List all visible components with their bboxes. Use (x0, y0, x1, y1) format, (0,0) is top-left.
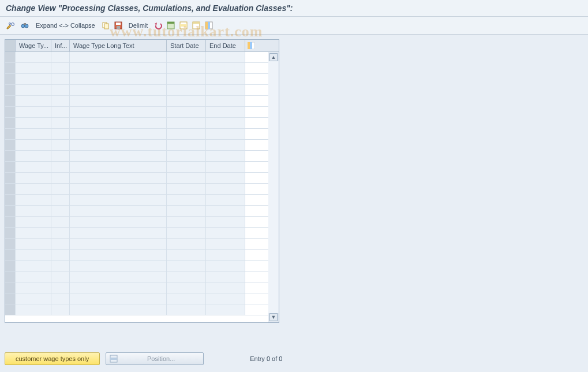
table-cell[interactable] (51, 129, 70, 139)
table-cell[interactable] (5, 85, 16, 95)
table-cell[interactable] (167, 107, 206, 117)
configure-columns-button[interactable] (245, 40, 257, 51)
table-cell[interactable] (5, 293, 16, 304)
table-cell[interactable] (70, 282, 167, 293)
table-cell[interactable] (70, 271, 167, 282)
table-cell[interactable] (167, 206, 206, 216)
table-cell[interactable] (16, 239, 51, 249)
table-cell[interactable] (51, 195, 70, 205)
table-row[interactable] (5, 282, 268, 293)
table-cell[interactable] (206, 304, 245, 315)
table-cell[interactable] (70, 74, 167, 84)
table-cell[interactable] (5, 250, 16, 260)
table-cell[interactable] (70, 85, 167, 95)
table-cell[interactable] (51, 151, 70, 161)
table-cell[interactable] (51, 52, 70, 62)
table-row[interactable] (5, 140, 268, 151)
expand-collapse-label[interactable]: Expand <-> Collapse (32, 22, 99, 29)
table-cell[interactable] (5, 151, 16, 161)
table-cell[interactable] (16, 217, 51, 227)
table-row[interactable] (5, 250, 268, 261)
table-cell[interactable] (167, 293, 206, 304)
scroll-down-button[interactable]: ▼ (269, 313, 278, 321)
table-cell[interactable] (5, 52, 16, 62)
table-cell[interactable] (206, 184, 245, 194)
table-cell[interactable] (16, 140, 51, 150)
table-row[interactable] (5, 293, 268, 304)
table-cell[interactable] (70, 293, 167, 304)
table-cell[interactable] (206, 85, 245, 95)
table-cell[interactable] (167, 195, 206, 205)
table-row[interactable] (5, 52, 268, 63)
table-cell[interactable] (206, 63, 245, 73)
table-cell[interactable] (70, 228, 167, 238)
column-header-end-date[interactable]: End Date (206, 40, 245, 51)
table-row[interactable] (5, 261, 268, 271)
table-cell[interactable] (206, 52, 245, 62)
table-cell[interactable] (70, 304, 167, 315)
table-cell[interactable] (5, 261, 16, 271)
table-cell[interactable] (51, 74, 70, 84)
table-cell[interactable] (5, 162, 16, 172)
table-cell[interactable] (70, 107, 167, 117)
table-cell[interactable] (5, 228, 16, 238)
select-all-column-header[interactable] (5, 40, 16, 51)
column-header-inf[interactable]: Inf... (51, 40, 70, 51)
table-cell[interactable] (70, 52, 167, 62)
position-button[interactable]: Position... (106, 352, 204, 365)
table-cell[interactable] (70, 173, 167, 183)
deselect-all-button[interactable] (190, 20, 202, 31)
table-row[interactable] (5, 184, 268, 195)
table-row[interactable] (5, 271, 268, 282)
table-cell[interactable] (16, 63, 51, 73)
table-row[interactable] (5, 118, 268, 129)
table-cell[interactable] (51, 118, 70, 128)
table-cell[interactable] (51, 261, 70, 271)
table-cell[interactable] (70, 239, 167, 249)
scroll-up-button[interactable]: ▲ (269, 53, 278, 61)
table-cell[interactable] (70, 63, 167, 73)
table-cell[interactable] (206, 195, 245, 205)
table-cell[interactable] (5, 129, 16, 139)
table-cell[interactable] (167, 271, 206, 282)
column-header-long-text[interactable]: Wage Type Long Text (70, 40, 167, 51)
table-cell[interactable] (167, 261, 206, 271)
table-row[interactable] (5, 151, 268, 162)
table-cell[interactable] (5, 195, 16, 205)
table-cell[interactable] (70, 217, 167, 227)
table-cell[interactable] (16, 162, 51, 172)
table-row[interactable] (5, 63, 268, 74)
table-row[interactable] (5, 228, 268, 239)
table-cell[interactable] (51, 107, 70, 117)
table-cell[interactable] (16, 304, 51, 315)
table-cell[interactable] (5, 173, 16, 183)
table-cell[interactable] (51, 173, 70, 183)
table-cell[interactable] (167, 52, 206, 62)
select-block-button[interactable] (178, 20, 189, 31)
table-cell[interactable] (167, 162, 206, 172)
table-row[interactable] (5, 304, 268, 315)
table-cell[interactable] (16, 228, 51, 238)
table-cell[interactable] (51, 271, 70, 282)
table-cell[interactable] (206, 96, 245, 106)
table-row[interactable] (5, 195, 268, 206)
table-cell[interactable] (16, 206, 51, 216)
table-row[interactable] (5, 173, 268, 184)
table-cell[interactable] (167, 173, 206, 183)
table-cell[interactable] (167, 184, 206, 194)
table-cell[interactable] (206, 282, 245, 293)
table-cell[interactable] (5, 63, 16, 73)
table-cell[interactable] (167, 282, 206, 293)
table-row[interactable] (5, 162, 268, 173)
table-cell[interactable] (51, 217, 70, 227)
table-cell[interactable] (16, 184, 51, 194)
table-cell[interactable] (206, 261, 245, 271)
table-cell[interactable] (16, 151, 51, 161)
table-cell[interactable] (167, 304, 206, 315)
table-cell[interactable] (70, 96, 167, 106)
table-cell[interactable] (5, 206, 16, 216)
table-cell[interactable] (70, 184, 167, 194)
table-cell[interactable] (5, 271, 16, 282)
table-cell[interactable] (51, 293, 70, 304)
table-cell[interactable] (16, 261, 51, 271)
